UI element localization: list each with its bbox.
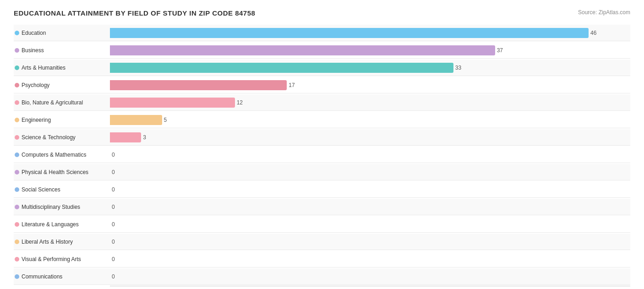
bar-container: 33 <box>110 63 630 73</box>
bar-label-text: Bio, Nature & Agricultural <box>22 99 83 106</box>
bar-value-label: 5 <box>164 117 167 123</box>
bar-row: Social Sciences0 <box>14 181 630 198</box>
bar-label-text: Visual & Performing Arts <box>22 256 81 262</box>
bar-dot <box>15 153 19 157</box>
bar-value-label: 0 <box>112 221 115 228</box>
bar-label: Multidisciplinary Studies <box>14 204 110 210</box>
bar-value-label: 0 <box>112 169 115 175</box>
bar-row: Computers & Mathematics0 <box>14 147 630 163</box>
bar-dot <box>15 257 19 262</box>
bar-label: Computers & Mathematics <box>14 152 110 158</box>
bar-dot <box>15 135 19 140</box>
bar-label: Physical & Health Sciences <box>14 169 110 175</box>
bar-label-text: Social Sciences <box>22 186 60 193</box>
bar-row: Business37 <box>14 42 630 59</box>
bar-label: Liberal Arts & History <box>14 239 110 245</box>
bar-value-label: 17 <box>289 82 295 88</box>
bar-label: Business <box>14 47 110 54</box>
chart-area: Education46Business37Arts & Humanities33… <box>14 25 630 289</box>
bar-dot <box>15 31 19 35</box>
bar-value-label: 0 <box>112 152 115 158</box>
bar-label-text: Liberal Arts & History <box>22 239 73 245</box>
bar-row: Physical & Health Sciences0 <box>14 164 630 180</box>
bar-value-label: 33 <box>455 65 461 71</box>
bar-fill: 46 <box>110 28 589 38</box>
bar-row: Science & Technology3 <box>14 129 630 146</box>
bar-row: Engineering5 <box>14 112 630 128</box>
bar-label-text: Psychology <box>22 82 49 88</box>
bar-label: Bio, Nature & Agricultural <box>14 99 110 106</box>
bar-label: Science & Technology <box>14 134 110 141</box>
bar-container: 17 <box>110 80 630 90</box>
bar-fill: 33 <box>110 63 453 73</box>
bar-dot <box>15 100 19 105</box>
bar-value-label: 12 <box>237 99 243 106</box>
bar-dot <box>15 205 19 209</box>
bar-row: Bio, Nature & Agricultural12 <box>14 94 630 111</box>
bar-container: 0 <box>110 202 630 212</box>
chart-title: EDUCATIONAL ATTAINMENT BY FIELD OF STUDY… <box>14 9 255 17</box>
bar-dot <box>15 274 19 279</box>
bar-dot <box>15 48 19 53</box>
bar-label-text: Business <box>22 47 44 54</box>
bar-label: Arts & Humanities <box>14 65 110 71</box>
bar-container: 5 <box>110 115 630 125</box>
bar-fill: 17 <box>110 80 287 90</box>
bar-row: Psychology17 <box>14 77 630 93</box>
bar-container: 37 <box>110 45 630 55</box>
bar-dot <box>15 65 19 70</box>
bar-container: 0 <box>110 254 630 264</box>
bar-label-text: Literature & Languages <box>22 221 79 228</box>
bar-row: Liberal Arts & History0 <box>14 234 630 250</box>
bar-row: Multidisciplinary Studies0 <box>14 199 630 215</box>
bar-label-text: Science & Technology <box>22 134 76 141</box>
bar-label: Visual & Performing Arts <box>14 256 110 262</box>
bar-row: Arts & Humanities33 <box>14 60 630 76</box>
bar-label-text: Education <box>22 30 46 36</box>
bar-fill: 12 <box>110 98 235 108</box>
bar-row: Visual & Performing Arts0 <box>14 251 630 267</box>
bar-dot <box>15 222 19 227</box>
bar-label-text: Engineering <box>22 117 51 123</box>
bar-container: 0 <box>110 150 630 160</box>
bar-dot <box>15 187 19 192</box>
bar-container: 12 <box>110 98 630 108</box>
bar-row: Education46 <box>14 25 630 41</box>
bar-label-text: Communications <box>22 273 62 280</box>
bar-label-text: Arts & Humanities <box>22 65 65 71</box>
bar-container: 3 <box>110 132 630 142</box>
bar-value-label: 46 <box>590 30 596 36</box>
bar-label-text: Physical & Health Sciences <box>22 169 88 175</box>
bar-dot <box>15 170 19 174</box>
chart-wrapper: EDUCATIONAL ATTAINMENT BY FIELD OF STUDY… <box>14 9 630 289</box>
bar-label: Literature & Languages <box>14 221 110 228</box>
bar-label: Communications <box>14 273 110 280</box>
bar-fill: 3 <box>110 132 141 142</box>
source-label: Source: ZipAtlas.com <box>578 9 630 16</box>
bar-value-label: 0 <box>112 186 115 193</box>
bar-label-text: Multidisciplinary Studies <box>22 204 80 210</box>
bar-row: Communications0 <box>14 268 630 285</box>
bar-value-label: 0 <box>112 239 115 245</box>
bars-container: Education46Business37Arts & Humanities33… <box>14 25 630 285</box>
bar-label-text: Computers & Mathematics <box>22 152 86 158</box>
bar-dot <box>15 240 19 244</box>
bar-container: 0 <box>110 167 630 177</box>
bar-container: 0 <box>110 185 630 195</box>
x-axis-line <box>110 286 630 286</box>
bar-container: 0 <box>110 219 630 229</box>
bar-label: Engineering <box>14 117 110 123</box>
bar-value-label: 0 <box>112 204 115 210</box>
bar-dot <box>15 118 19 122</box>
bar-value-label: 0 <box>112 256 115 262</box>
bar-value-label: 37 <box>497 47 503 54</box>
bar-row: Literature & Languages0 <box>14 216 630 233</box>
bar-value-label: 0 <box>112 273 115 280</box>
bar-label: Education <box>14 30 110 36</box>
bar-fill: 5 <box>110 115 162 125</box>
bar-fill: 37 <box>110 45 495 55</box>
bar-label: Social Sciences <box>14 186 110 193</box>
bar-container: 0 <box>110 272 630 282</box>
bar-dot <box>15 83 19 87</box>
bar-container: 0 <box>110 237 630 247</box>
